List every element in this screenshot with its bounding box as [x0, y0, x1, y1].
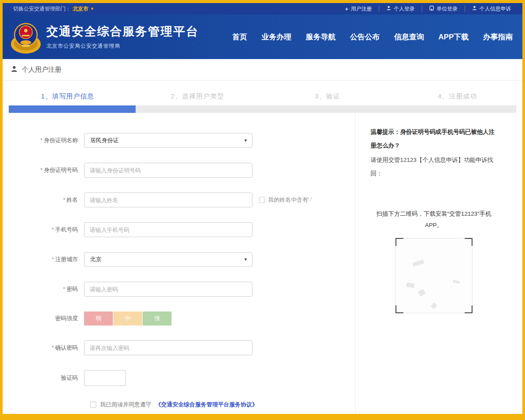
- step-4-success: 4、注册成功: [392, 92, 522, 101]
- site-header: 交通安全综合服务管理平台 北京市公安局公安交通管理局 首页 业务办理 服务导航 …: [3, 14, 522, 59]
- topbar-link-label: 单位登录: [437, 5, 458, 13]
- phone-input[interactable]: [84, 222, 252, 237]
- strength-block-2: 强: [143, 312, 172, 326]
- strength-block-0: 弱: [84, 312, 113, 326]
- page-frame: 切换公安交通管理部门： 北京市 ▼ + 用户注册 个人登录 单位登录: [3, 3, 522, 414]
- name-input[interactable]: [84, 192, 252, 207]
- service-agreement-link[interactable]: 《交通安全综合服务管理平台服务协议》: [155, 401, 258, 409]
- city-selected-value: 北京: [90, 256, 102, 263]
- required-mark: *: [52, 227, 54, 233]
- chevron-down-icon: ▼: [244, 257, 248, 262]
- field-label: *密码: [3, 285, 84, 293]
- progress-bar-fill: [9, 105, 136, 113]
- field-label: *手机号码: [3, 226, 84, 234]
- form-row-id-type: *身份证明名称 居民身份证 ▼: [3, 133, 355, 148]
- main-nav: 首页 业务办理 服务导航 公告公布 信息查询 APP下载 办事指南: [232, 32, 515, 42]
- help-aside: 温馨提示：身份证明号码或手机号码已被他人注册怎么办？ 请使用交管12123【个人…: [355, 113, 522, 414]
- topbar-register-link[interactable]: + 用户注册: [338, 5, 379, 12]
- topbar-link-label: 用户注册: [351, 5, 372, 13]
- switch-department-label: 切换公安交通管理部门：: [13, 5, 71, 13]
- name-contains-dot-label: 我的姓名中含有'·': [268, 196, 312, 204]
- tip-answer: 请使用交管12123【个人信息申诉】功能申诉找回：: [371, 153, 497, 180]
- top-bar: 切换公安交通管理部门： 北京市 ▼ + 用户注册 个人登录 单位登录: [3, 3, 522, 14]
- password-input[interactable]: [84, 282, 252, 297]
- step-2-choose-type: 2、选择用户类型: [133, 92, 262, 101]
- field-label: *身份证明名称: [3, 136, 84, 144]
- breadcrumb: 个人用户注册: [3, 59, 522, 80]
- field-label: *确认密码: [3, 344, 84, 352]
- agreement-row: 我已阅读并同意遵守 《交通安全综合服务管理平台服务协议》: [90, 401, 355, 409]
- step-1-fill-info: 1、填写用户信息: [3, 92, 133, 101]
- field-label: 密码强度: [3, 315, 84, 322]
- nav-app-download[interactable]: APP下载: [438, 32, 469, 42]
- city-select[interactable]: 北京: [84, 252, 252, 267]
- field-label: *注册城市: [3, 256, 84, 263]
- required-mark: *: [52, 256, 54, 262]
- form-row-name: *姓名 我的姓名中含有'·': [3, 192, 355, 207]
- captcha-input[interactable]: [84, 370, 126, 386]
- form-row-captcha: 验证码: [3, 370, 355, 386]
- plus-icon: +: [345, 6, 348, 12]
- step-3-verify: 3、验证: [262, 92, 392, 101]
- region-selector[interactable]: 北京市: [73, 5, 88, 13]
- id-number-input[interactable]: [84, 163, 252, 178]
- caret-down-icon: ▼: [90, 7, 94, 11]
- user-icon: [386, 6, 391, 12]
- qr-corner: [465, 305, 472, 313]
- qr-caption: 扫描下方二维码，下载安装“交管12123”手机APP。: [371, 208, 497, 231]
- required-mark: *: [63, 197, 65, 203]
- password-strength-meter: 弱 中 强: [84, 312, 172, 326]
- topbar-personal-login-link[interactable]: 个人登录: [379, 5, 422, 12]
- agreement-text: 我已阅读并同意遵守: [100, 401, 151, 409]
- topbar-link-label: 个人信息申诉: [480, 5, 511, 13]
- name-contains-dot-option: 我的姓名中含有'·': [259, 196, 312, 204]
- id-type-select[interactable]: 居民身份证: [84, 133, 252, 148]
- nav-home[interactable]: 首页: [232, 32, 247, 42]
- qr-corner: [465, 238, 472, 246]
- nav-guide[interactable]: 办事指南: [483, 32, 513, 42]
- form-row-password: *密码: [3, 282, 355, 297]
- user-icon: [472, 6, 477, 12]
- field-label: 验证码: [3, 374, 84, 382]
- registration-form: *身份证明名称 居民身份证 ▼ *身份证明号码 *姓名: [3, 113, 355, 414]
- name-contains-dot-checkbox[interactable]: [259, 197, 265, 203]
- field-label: *姓名: [3, 196, 84, 204]
- form-row-strength: 密码强度 弱 中 强: [3, 312, 355, 326]
- form-row-city: *注册城市 北京 ▼: [3, 252, 355, 267]
- required-mark: *: [40, 137, 42, 144]
- nav-service-guide[interactable]: 服务导航: [306, 32, 336, 42]
- required-mark: *: [52, 345, 54, 351]
- confirm-password-input[interactable]: [84, 340, 252, 355]
- main-content: *身份证明名称 居民身份证 ▼ *身份证明号码 *姓名: [3, 113, 522, 414]
- nav-info-query[interactable]: 信息查询: [394, 32, 424, 42]
- step-wizard: 1、填写用户信息 2、选择用户类型 3、验证 4、注册成功: [3, 92, 522, 101]
- topbar-org-login-link[interactable]: 单位登录: [422, 5, 465, 12]
- user-icon: [11, 66, 18, 74]
- page-title: 个人用户注册: [22, 66, 61, 74]
- nav-business[interactable]: 业务办理: [262, 32, 291, 42]
- site-title: 交通安全综合服务管理平台: [46, 24, 199, 39]
- nav-announcements[interactable]: 公告公布: [350, 32, 380, 42]
- field-label: *身份证明号码: [3, 166, 84, 174]
- id-type-selected-value: 居民身份证: [90, 136, 119, 144]
- site-titles: 交通安全综合服务管理平台 北京市公安局公安交通管理局: [46, 24, 199, 50]
- tip-question: 温馨提示：身份证明号码或手机号码已被他人注册怎么办？: [371, 125, 497, 152]
- qr-corner: [396, 305, 403, 313]
- app-download-qr-code: [396, 238, 472, 313]
- required-mark: *: [63, 286, 65, 292]
- topbar-link-label: 个人登录: [394, 5, 415, 13]
- site-subtitle: 北京市公安局公安交通管理局: [46, 42, 199, 50]
- agreement-checkbox[interactable]: [90, 402, 96, 408]
- chevron-down-icon: ▼: [244, 138, 248, 143]
- strength-block-1: 中: [113, 312, 142, 326]
- topbar-appeal-link[interactable]: 个人信息申诉: [465, 5, 518, 12]
- form-row-id-number: *身份证明号码: [3, 163, 355, 178]
- form-row-confirm-password: *确认密码: [3, 340, 355, 355]
- police-badge-logo: [10, 18, 41, 55]
- qr-corner: [396, 238, 403, 246]
- form-row-phone: *手机号码: [3, 222, 355, 237]
- required-mark: *: [40, 167, 42, 173]
- progress-bar: [9, 105, 516, 113]
- org-icon: [429, 6, 434, 12]
- topbar-links: + 用户注册 个人登录 单位登录 个人信息申诉: [338, 3, 518, 14]
